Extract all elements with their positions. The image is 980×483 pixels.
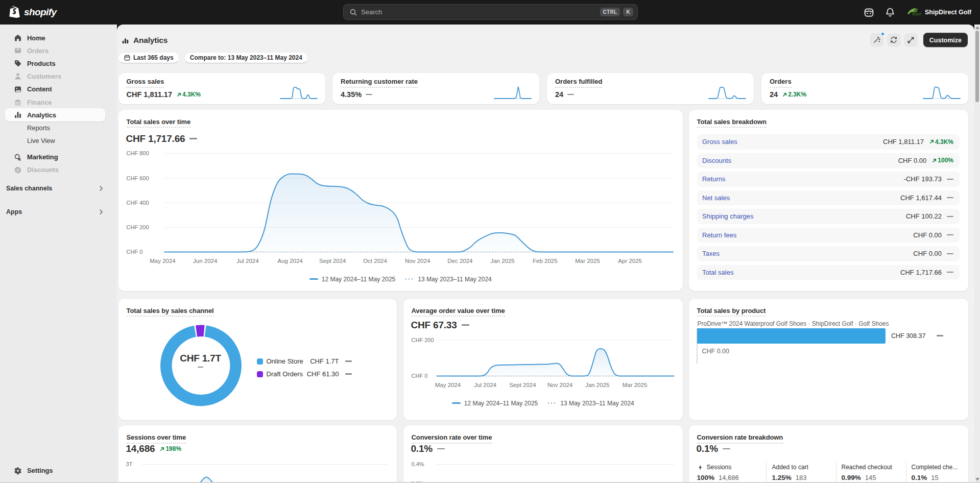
breakdown-row-right: CHF 1,811.174.3K% — [883, 138, 953, 146]
breakdown-row-label[interactable]: Gross sales — [702, 138, 737, 146]
metric-sparkline — [708, 85, 747, 102]
conversion-rate-delta-dash — [437, 448, 445, 449]
search-icon — [349, 8, 357, 16]
scrollbar[interactable] — [974, 25, 980, 483]
sidebar-item-settings[interactable]: Settings — [5, 464, 105, 477]
breakdown-row-right: CHF 0.00 — [913, 231, 953, 239]
sales-by-product-title[interactable]: Total sales by product — [697, 307, 766, 317]
compare-chip[interactable]: Compare to: 13 May 2023–11 May 2024 — [184, 52, 308, 63]
store-name: ShipDirect Golf — [925, 9, 971, 16]
sidebar-section-sales-channels[interactable]: Sales channels — [6, 182, 112, 195]
funnel-step-4: Completed che...0.1%15 — [912, 464, 958, 481]
sidebar-item-live-view[interactable]: Live View — [5, 134, 105, 147]
sidebar-item-products[interactable]: Products — [5, 57, 105, 70]
sidebar-item-reports[interactable]: Reports — [5, 121, 105, 134]
notifications-button[interactable] — [881, 4, 899, 21]
channel-label[interactable]: Draft Orders — [267, 370, 303, 378]
channel-label[interactable]: Online Store — [267, 357, 303, 365]
shopify-logo[interactable]: shopify — [9, 5, 56, 19]
total-sales-legend: 12 May 2024–11 May 202513 May 2023–11 Ma… — [118, 276, 683, 283]
marketing-icon — [14, 153, 22, 161]
home-icon — [14, 34, 22, 42]
product-label: ProDrive™ 2024 Waterproof Golf Shoes · S… — [698, 320, 889, 327]
sidebar-item-analytics[interactable]: Analytics — [5, 108, 105, 122]
product-delta-dash — [937, 335, 943, 336]
breakdown-row-net-sales: Net salesCHF 1,617.44 — [697, 190, 960, 206]
sidekick-icon — [864, 7, 874, 18]
sidebar-item-customers[interactable]: Customers — [5, 69, 105, 83]
notification-dot — [880, 32, 885, 36]
breakdown-row-label[interactable]: Net sales — [702, 194, 730, 202]
metric-title-text[interactable]: Gross sales — [127, 78, 164, 88]
product-compare-value: CHF 0.00 — [702, 348, 730, 355]
breakdown-row-label[interactable]: Total sales — [702, 269, 733, 276]
product-value-row: CHF 308.37 — [891, 332, 943, 340]
kbd-ctrl: CTRL — [600, 8, 620, 16]
metric-title: Orders — [770, 78, 792, 85]
breakdown-row-label[interactable]: Taxes — [702, 250, 720, 257]
legend-label: 12 May 2024–11 May 2025 — [464, 400, 538, 407]
breakdown-row-value: CHF 1,717.66 — [900, 269, 942, 276]
breakdown-row-label[interactable]: Discounts — [702, 157, 731, 164]
store-menu-button[interactable]: GOLF ShipDirect Golf — [903, 5, 974, 19]
aov-chart — [403, 299, 683, 380]
sidebar-section-label: Apps — [6, 208, 22, 215]
axis-tick-label: Jan 2025 — [585, 382, 609, 388]
customers-icon — [14, 72, 22, 80]
insights-button[interactable] — [870, 33, 883, 47]
page-title: Analytics — [133, 36, 168, 45]
funnel-step-count: 15 — [931, 474, 938, 481]
topbar: shopify Search CTRL K — [0, 0, 980, 25]
metric-title-text[interactable]: Returning customer rate — [341, 78, 418, 88]
sidebar-item-label: Products — [27, 60, 56, 67]
sidebar-item-content[interactable]: Content — [5, 83, 105, 96]
legend-swatch — [257, 358, 263, 365]
donut-center-dash — [198, 367, 203, 368]
sidebar-item-discounts[interactable]: Discounts — [5, 163, 105, 177]
conversion-rate-title[interactable]: Conversion rate over time — [412, 433, 492, 444]
axis-tick-label: Jul 2024 — [474, 382, 496, 388]
axis-tick-label: CHF 200 — [127, 224, 149, 230]
funnel-step-label-row: Added to cart — [772, 464, 808, 471]
legend-dotted-swatch — [405, 278, 414, 280]
axis-tick-label: May 2024 — [150, 258, 176, 264]
metric-title-text[interactable]: Orders fulfilled — [555, 78, 602, 88]
sidebar-section-label: Sales channels — [6, 185, 52, 192]
breakdown-row-label[interactable]: Returns — [702, 175, 726, 183]
funnel-step-values: 0.99%145 — [842, 474, 892, 481]
scrollbar-up-arrow[interactable] — [975, 26, 979, 29]
date-range-chip[interactable]: Last 365 days — [118, 52, 179, 63]
legend-dotted-swatch — [548, 402, 557, 404]
refresh-button[interactable] — [887, 33, 901, 47]
axis-tick-label: Nov 2024 — [405, 258, 430, 264]
sidebar-item-finance[interactable]: Finance — [5, 95, 105, 109]
legend-line-swatch — [452, 402, 461, 404]
metric-title-text[interactable]: Orders — [770, 78, 792, 88]
sidebar-item-label: Home — [27, 34, 45, 42]
sidebar-item-home[interactable]: Home — [5, 31, 105, 44]
scrollbar-down-arrow[interactable] — [975, 478, 979, 481]
funnel-step-values: 100%14,686 — [697, 474, 739, 481]
funnel-step-percent: 100% — [697, 474, 715, 481]
legend-swatch — [257, 371, 263, 377]
delta-up: 100% — [931, 157, 953, 164]
breakdown-title[interactable]: Total sales breakdown — [697, 118, 767, 128]
conversion-breakdown-delta-dash — [723, 448, 730, 449]
axis-tick-label: Aug 2024 — [277, 258, 302, 264]
sidebar-item-orders[interactable]: Orders — [5, 44, 105, 57]
metric-value-row: CHF 1,811.174.3K% — [127, 90, 201, 99]
breakdown-row-label[interactable]: Return fees — [702, 231, 736, 239]
customize-button[interactable]: Customize — [923, 33, 968, 47]
sidekick-button[interactable] — [860, 4, 877, 21]
search-input[interactable]: Search CTRL K — [343, 4, 638, 20]
channel-value: CHF 61.30 — [307, 370, 339, 378]
gross-sales-metric-card: Gross salesCHF 1,811.174.3K% — [118, 73, 325, 104]
sidebar-item-marketing[interactable]: Marketing — [5, 151, 105, 164]
product-bar[interactable] — [697, 328, 886, 344]
expand-button[interactable] — [904, 33, 918, 47]
breakdown-row-label[interactable]: Shipping charges — [702, 212, 753, 220]
scrollbar-thumb[interactable] — [975, 31, 979, 102]
delta-flat-dash — [947, 179, 953, 180]
conversion-breakdown-title[interactable]: Conversion rate breakdown — [697, 433, 783, 444]
sidebar-section-apps[interactable]: Apps — [6, 205, 112, 219]
